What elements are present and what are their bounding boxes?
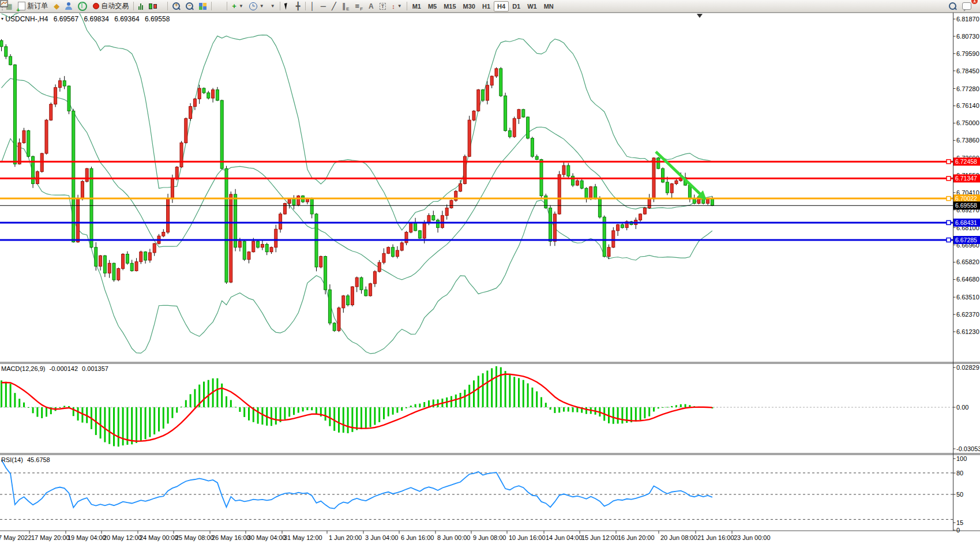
bollinger-upper (2, 0, 712, 230)
new-order-button[interactable]: + 新订单 (15, 0, 51, 12)
candle (225, 168, 228, 282)
timeframe-mn[interactable]: MN (540, 1, 557, 12)
indicators-button[interactable]: +▼ (229, 0, 246, 12)
macd-histogram-bar (68, 406, 70, 407)
scroll-to-end-button[interactable] (219, 0, 225, 12)
candle (265, 244, 268, 252)
rsi-tick-label: 80 (956, 470, 963, 477)
candle (369, 284, 372, 296)
autotrading-button[interactable]: 自动交易 (90, 0, 132, 12)
candle (58, 81, 61, 88)
globe-icon (78, 2, 87, 11)
timeframe-d1[interactable]: D1 (509, 1, 524, 12)
candle (418, 231, 421, 238)
macd-pane (0, 366, 953, 447)
timeframe-w1[interactable]: W1 (524, 1, 540, 12)
candlestick-chart-button[interactable] (146, 0, 160, 12)
time-label: 8 Jun 00:00 (437, 534, 471, 541)
chart-canvas[interactable]: 6.818706.807306.795906.784506.772806.761… (0, 0, 980, 544)
vline-tool-button[interactable]: │ (307, 0, 318, 12)
macd-histogram-bar (383, 407, 385, 419)
zoom-out-button[interactable]: − (183, 0, 196, 12)
candle (396, 250, 399, 257)
timeframe-h1[interactable]: H1 (479, 1, 494, 12)
candle (347, 296, 350, 305)
macd-histogram-bar (365, 407, 367, 429)
symbol-dropdown-icon[interactable]: ▾ (1, 16, 3, 21)
text-tool-button[interactable]: A (366, 0, 377, 12)
price-tick-label: 6.76140 (956, 102, 979, 109)
separator (280, 2, 280, 10)
tile-windows-button[interactable] (196, 0, 209, 12)
trendline-icon: ╱ (332, 2, 336, 10)
auto-arrange-button[interactable] (213, 0, 219, 12)
timeframe-m15[interactable]: M15 (440, 1, 459, 12)
crosshair-tool-button[interactable]: ╋ (293, 0, 303, 12)
hline-handle[interactable] (947, 220, 951, 224)
mt4-terminal: { "toolbar": { "new_order_label": "新订单",… (0, 0, 980, 544)
fibonacci-tool-button[interactable]: ≡F (352, 0, 366, 12)
vertical-line-icon: │ (310, 2, 315, 10)
zoom-in-button[interactable]: + (170, 0, 183, 12)
timeframe-m1[interactable]: M1 (409, 1, 425, 12)
price-tick-label: 6.61230 (956, 328, 979, 335)
periods-button[interactable]: ▼ (246, 0, 267, 12)
macd-histogram-bar (36, 407, 38, 417)
hline-handle[interactable] (947, 177, 951, 181)
search-button[interactable] (946, 0, 959, 12)
candle (500, 69, 502, 96)
candle (378, 262, 381, 272)
bar-chart-button[interactable] (136, 0, 146, 12)
separator (211, 2, 212, 10)
time-label: 15 Jun 12:00 (581, 534, 618, 541)
candle (202, 88, 205, 93)
timeframe-h4[interactable]: H4 (494, 1, 509, 12)
macd-histogram-bar (361, 407, 362, 429)
macd-histogram-bar (118, 407, 119, 447)
macd-histogram-bar (32, 407, 34, 413)
candle (482, 90, 485, 100)
metaeditor-button[interactable] (62, 0, 75, 12)
macd-histogram-bar (576, 407, 578, 412)
cursor-tool-button[interactable] (282, 0, 293, 12)
depth-of-market-button[interactable]: ◆ (51, 0, 62, 12)
candle (130, 263, 133, 271)
macd-tick-label: 0.00 (956, 404, 968, 411)
time-label: 20 May 12:00 (103, 534, 142, 541)
arrows-tool-button[interactable]: ↕▼ (389, 0, 404, 12)
macd-histogram-bar (563, 407, 565, 412)
chart-header: ▾ USDCNH-,H4 6.69567 6.69834 6.69364 6.6… (1, 15, 170, 23)
time-label: 31 May 12:00 (284, 534, 322, 541)
candle (589, 187, 592, 199)
macd-histogram-bar (163, 407, 164, 429)
timeframe-m5[interactable]: M5 (425, 1, 440, 12)
hline-handle[interactable] (947, 238, 951, 242)
hline-handle[interactable] (947, 160, 951, 164)
chat-button[interactable]: 1 (959, 0, 974, 12)
label-tool-button[interactable]: T (377, 0, 389, 12)
news-button[interactable] (75, 0, 90, 12)
rsi-tick-label: 50 (956, 491, 963, 498)
time-label: 17 May 2022 (0, 534, 32, 541)
time-label: 16 Jun 20:00 (618, 534, 655, 541)
time-label: 23 Jun 00:00 (734, 534, 771, 541)
clock-icon (249, 2, 257, 10)
candle (662, 168, 664, 182)
candle (99, 256, 102, 266)
candle (122, 254, 125, 269)
macd-histogram-bar (671, 406, 673, 407)
macd-histogram-bar (343, 407, 344, 433)
macd-histogram-bar (293, 407, 295, 415)
timeframe-m30[interactable]: M30 (460, 1, 479, 12)
line-chart-button[interactable] (160, 0, 166, 12)
macd-histogram-bar (77, 407, 79, 421)
hline-tool-button[interactable]: ─ (318, 0, 329, 12)
macd-histogram-bar (131, 407, 133, 444)
candle (423, 223, 426, 238)
separator (133, 2, 134, 10)
hline-handle[interactable] (947, 197, 951, 201)
channel-tool-button[interactable]: ∥E (339, 0, 352, 12)
price-tick-label: 6.63510 (956, 294, 979, 301)
trendline-tool-button[interactable]: ╱ (329, 0, 339, 12)
templates-button[interactable]: ▼ (267, 0, 278, 12)
